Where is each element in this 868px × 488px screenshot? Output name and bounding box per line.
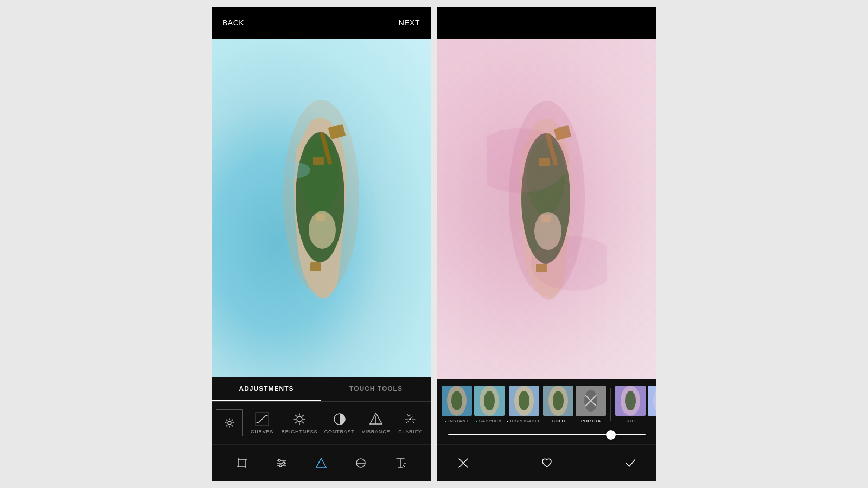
svg-point-74 xyxy=(625,391,636,410)
left-bottom-panel: ADJUSTMENTS TOUCH TOOLS xyxy=(212,377,431,481)
tool-curves[interactable]: CURVES xyxy=(246,407,278,439)
filter-gamma[interactable]: GAM xyxy=(648,386,656,423)
nav-circle[interactable] xyxy=(350,452,372,474)
clarify-icon xyxy=(403,412,418,427)
slider-thumb[interactable] xyxy=(606,430,616,440)
filter-koi[interactable]: KOI xyxy=(615,386,646,423)
cancel-button[interactable] xyxy=(454,453,473,473)
svg-line-19 xyxy=(302,415,303,416)
svg-line-26 xyxy=(412,416,413,418)
contrast-icon xyxy=(332,412,347,427)
svg-point-40 xyxy=(278,459,280,461)
bottom-nav xyxy=(212,444,431,481)
svg-point-65 xyxy=(519,391,529,410)
curves-icon xyxy=(254,412,270,427)
filter-intensity-slider[interactable] xyxy=(448,434,646,435)
contrast-label: CONTRAST xyxy=(324,429,355,434)
left-photo-image xyxy=(212,39,431,377)
svg-line-17 xyxy=(296,415,297,416)
island-svg-left xyxy=(261,89,381,328)
svg-point-9 xyxy=(278,162,310,178)
nav-triangle[interactable] xyxy=(310,452,332,474)
tools-row: CURVES xyxy=(212,402,431,444)
filter-thumb-img-portra xyxy=(576,386,606,416)
svg-point-10 xyxy=(228,421,231,425)
svg-point-68 xyxy=(553,391,564,410)
back-button[interactable]: BACK xyxy=(222,18,244,27)
filter-divider xyxy=(610,388,611,421)
svg-rect-5 xyxy=(313,157,324,165)
filter-thumb-img-gamma xyxy=(648,386,656,416)
vibrance-label: VIBRANCE xyxy=(362,429,390,434)
right-top-bar xyxy=(437,7,656,39)
left-phone: BACK NEXT xyxy=(212,7,431,481)
filter-gold[interactable]: GOLD xyxy=(543,386,573,423)
svg-rect-55 xyxy=(536,264,547,272)
tabs-row: ADJUSTMENTS TOUCH TOOLS xyxy=(212,377,431,402)
svg-point-2 xyxy=(301,138,339,214)
svg-marker-43 xyxy=(316,458,326,467)
svg-line-28 xyxy=(407,414,409,416)
brightness-label: BRIGHTNESS xyxy=(282,429,318,434)
svg-point-8 xyxy=(309,211,336,249)
nav-text[interactable] xyxy=(390,452,411,474)
settings-button[interactable] xyxy=(216,409,243,436)
settings-icon xyxy=(224,418,235,428)
svg-line-31 xyxy=(412,422,414,423)
right-filter-panel: INSTANT SAPPHIRE xyxy=(437,379,656,481)
filter-label-sapphire: SAPPHIRE xyxy=(475,419,503,423)
tab-adjustments[interactable]: ADJUSTMENTS xyxy=(212,377,321,401)
svg-point-59 xyxy=(451,391,462,410)
next-button[interactable]: NEXT xyxy=(399,18,420,27)
svg-point-41 xyxy=(283,462,285,464)
nav-crop[interactable] xyxy=(231,452,253,474)
tab-touch-tools[interactable]: TOUCH TOOLS xyxy=(321,377,431,401)
filter-label-disposable: DISPOSABLE xyxy=(507,419,541,423)
svg-rect-7 xyxy=(310,262,321,271)
filter-thumb-img-sapphire xyxy=(474,386,505,416)
svg-line-20 xyxy=(296,422,297,423)
filter-thumb-img-instant xyxy=(442,386,472,416)
svg-line-25 xyxy=(409,414,410,416)
filter-sapphire[interactable]: SAPPHIRE xyxy=(474,386,505,423)
vibrance-icon xyxy=(368,412,384,427)
filter-disposable[interactable]: DISPOSABLE xyxy=(507,386,541,423)
confirm-button[interactable] xyxy=(621,453,640,473)
svg-rect-32 xyxy=(238,459,246,467)
svg-rect-53 xyxy=(539,158,550,166)
svg-point-12 xyxy=(297,416,302,422)
svg-point-62 xyxy=(484,391,495,410)
slider-row xyxy=(437,430,656,444)
filter-label-instant: INSTANT xyxy=(445,419,469,423)
svg-line-18 xyxy=(302,422,303,423)
favorite-button[interactable] xyxy=(537,453,557,473)
right-phone: INSTANT SAPPHIRE xyxy=(437,7,656,481)
right-photo-area xyxy=(437,39,656,379)
brightness-icon xyxy=(292,412,307,427)
left-top-bar: BACK NEXT xyxy=(212,7,431,39)
filter-thumb-img-koi xyxy=(615,386,646,416)
filter-label-gold: GOLD xyxy=(552,419,565,423)
filter-instant[interactable]: INSTANT xyxy=(442,386,472,423)
filter-label-portra: PORTRA xyxy=(581,419,601,423)
svg-line-30 xyxy=(406,422,409,423)
tool-vibrance[interactable]: VIBRANCE xyxy=(358,407,394,439)
filter-thumb-img-gold xyxy=(543,386,573,416)
clarify-label: CLARIFY xyxy=(398,429,422,434)
filter-label-koi: KOI xyxy=(626,419,635,423)
curves-label: CURVES xyxy=(251,429,273,434)
tool-clarify[interactable]: CLARIFY xyxy=(394,407,426,439)
filter-thumbnails: INSTANT SAPPHIRE xyxy=(437,379,656,430)
filter-portra[interactable]: PORTRA xyxy=(576,386,606,423)
action-bar xyxy=(437,444,656,481)
nav-sliders[interactable] xyxy=(271,452,292,474)
left-photo-area xyxy=(212,39,431,377)
right-photo-image xyxy=(437,39,656,379)
island-svg-right xyxy=(487,90,607,329)
tool-contrast[interactable]: CONTRAST xyxy=(321,407,358,439)
svg-point-42 xyxy=(279,465,282,467)
tool-brightness[interactable]: BRIGHTNESS xyxy=(278,407,321,439)
filter-thumb-img-disposable xyxy=(509,386,539,416)
svg-point-56 xyxy=(534,212,561,250)
svg-point-24 xyxy=(409,418,411,420)
